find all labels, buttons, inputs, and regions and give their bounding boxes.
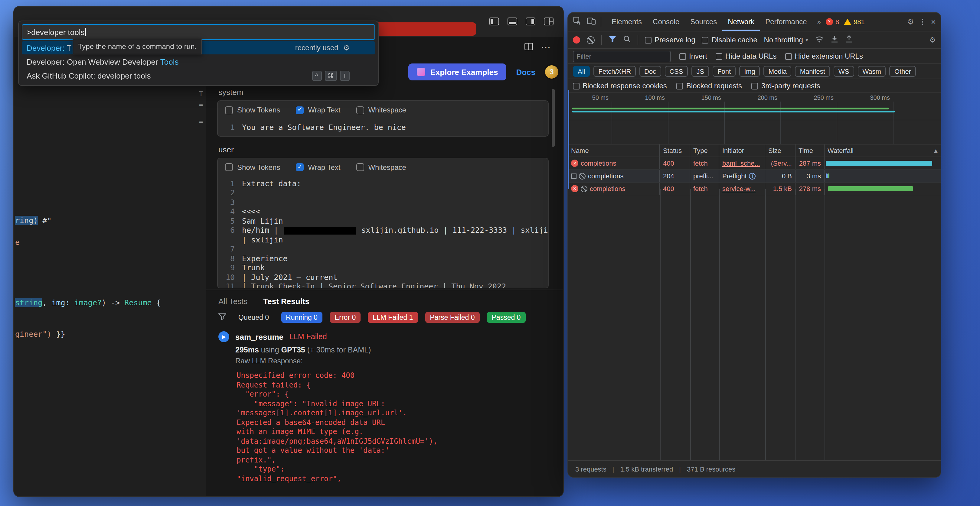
- type-filter-other[interactable]: Other: [889, 66, 916, 77]
- column-header-waterfall[interactable]: Waterfall▲: [824, 144, 941, 157]
- network-request-row[interactable]: ×completions400fetchservice-w...1.5 kB27…: [568, 182, 941, 195]
- test-chip-passed-0[interactable]: Passed 0: [487, 312, 526, 323]
- 3rd-party-requests-checkbox[interactable]: 3rd-party requests: [752, 82, 820, 90]
- type-filter-ws[interactable]: WS: [834, 66, 854, 77]
- toggle-whitespace[interactable]: Whitespace: [356, 163, 406, 171]
- more-actions-icon[interactable]: ···: [541, 43, 551, 52]
- network-request-row[interactable]: ×completions400fetchbaml_sche...(Serv...…: [568, 157, 941, 170]
- test-chip-parse-failed-0[interactable]: Parse Failed 0: [425, 312, 479, 323]
- type-filter-all[interactable]: All: [573, 66, 590, 77]
- checkbox-icon[interactable]: [356, 106, 364, 114]
- console-warning-badge[interactable]: 981: [844, 18, 865, 25]
- network-conditions-icon[interactable]: [815, 35, 824, 44]
- console-error-badge[interactable]: ×8: [826, 18, 839, 25]
- blocked-requests-checkbox[interactable]: Blocked requests: [677, 82, 742, 90]
- tab-all-tests[interactable]: All Tests: [218, 297, 247, 306]
- palette-item-ask-copilot[interactable]: Ask GitHub Copilot: developer tools ^ ⌘ …: [22, 69, 375, 82]
- network-settings-gear-icon[interactable]: ⚙: [929, 36, 936, 44]
- checkbox-icon[interactable]: [296, 106, 304, 114]
- network-filter-input[interactable]: [573, 51, 671, 62]
- column-header-size[interactable]: Size: [765, 144, 795, 157]
- request-type-cell: fetch: [690, 157, 719, 169]
- type-filter-js[interactable]: JS: [692, 66, 709, 77]
- checkbox-icon[interactable]: [225, 163, 233, 171]
- column-header-type[interactable]: Type: [690, 144, 719, 157]
- import-har-icon[interactable]: [830, 35, 838, 45]
- prompt-scrollbar[interactable]: [552, 89, 555, 147]
- network-request-row[interactable]: completions204prefli...Preflighti0 B3 ms: [568, 170, 941, 182]
- toggle-wrap-text[interactable]: Wrap Text: [296, 163, 340, 171]
- export-har-icon[interactable]: [845, 35, 853, 45]
- type-filter-doc[interactable]: Doc: [640, 66, 661, 77]
- tab-test-results[interactable]: Test Results: [263, 297, 309, 306]
- explore-examples-button[interactable]: Explore Examples: [408, 63, 506, 80]
- initiator-link[interactable]: service-w...: [722, 185, 756, 192]
- code-token: Sam Lijin: [242, 216, 283, 225]
- test-chip-queued-0[interactable]: Queued 0: [234, 312, 274, 323]
- test-chip-error-0[interactable]: Error 0: [330, 312, 361, 323]
- type-filter-wasm[interactable]: Wasm: [858, 66, 886, 77]
- devtools-tab-console[interactable]: Console: [647, 13, 685, 31]
- settings-gear-icon[interactable]: ⚙: [907, 17, 914, 26]
- clear-icon[interactable]: [587, 36, 595, 44]
- network-overview-timeline[interactable]: 50 ms100 ms150 ms200 ms250 ms300 ms: [568, 93, 941, 144]
- preserve-log-checkbox[interactable]: Preserve log: [645, 36, 695, 44]
- gear-icon[interactable]: ⚙: [343, 43, 350, 52]
- disable-cache-checkbox[interactable]: Disable cache: [702, 36, 757, 44]
- toggle-whitespace[interactable]: Whitespace: [356, 106, 406, 114]
- devtools-tab-elements[interactable]: Elements: [606, 13, 647, 31]
- code-text: Extract data:: [242, 179, 301, 188]
- devtools-tab-performance[interactable]: Performance: [760, 13, 812, 31]
- type-filter-media[interactable]: Media: [764, 66, 792, 77]
- layout-sidebar-right-icon[interactable]: [526, 17, 535, 25]
- blocked-response-cookies-checkbox[interactable]: Blocked response cookies: [573, 82, 667, 90]
- test-chip-llm-failed-1[interactable]: LLM Failed 1: [368, 312, 418, 323]
- type-filter-font[interactable]: Font: [713, 66, 736, 77]
- close-icon[interactable]: ×: [931, 17, 936, 27]
- toggle-show-tokens[interactable]: Show Tokens: [225, 163, 280, 171]
- checkbox-icon[interactable]: [296, 163, 304, 171]
- notification-badge[interactable]: 3: [545, 65, 558, 79]
- record-icon[interactable]: [573, 36, 580, 43]
- type-filter-css[interactable]: CSS: [665, 66, 688, 77]
- column-header-initiator[interactable]: Initiator: [719, 144, 765, 157]
- column-header-time[interactable]: Time: [795, 144, 824, 157]
- command-input[interactable]: >developer tools: [22, 24, 375, 40]
- toggle-show-tokens[interactable]: Show Tokens: [225, 106, 280, 114]
- run-test-button[interactable]: ▶: [218, 331, 229, 342]
- initiator-link[interactable]: baml_sche...: [722, 160, 760, 167]
- palette-item-open-webview-devtools[interactable]: Developer: Open Webview Developer Tools: [22, 55, 375, 68]
- docs-link[interactable]: Docs: [516, 67, 535, 76]
- type-filter-manifest[interactable]: Manifest: [795, 66, 830, 77]
- request-time-cell: 3 ms: [795, 170, 824, 182]
- column-header-status[interactable]: Status: [660, 144, 690, 157]
- devtools-tab-network[interactable]: Network: [722, 13, 760, 31]
- devtools-tab-sources[interactable]: Sources: [685, 13, 722, 31]
- device-toolbar-icon[interactable]: [587, 16, 596, 27]
- request-size-cell: (Serv...: [765, 157, 795, 169]
- customize-layout-icon[interactable]: [544, 17, 554, 25]
- toggle-wrap-text[interactable]: Wrap Text: [296, 106, 340, 114]
- info-icon[interactable]: i: [749, 173, 756, 179]
- test-chip-running-0[interactable]: Running 0: [281, 312, 323, 323]
- filter-toggle-icon[interactable]: [609, 35, 616, 45]
- invert-checkbox[interactable]: Invert: [679, 52, 707, 60]
- kebab-menu-icon[interactable]: ⋮: [919, 17, 926, 26]
- layout-panel-icon[interactable]: [508, 17, 517, 25]
- more-tabs-icon[interactable]: »: [817, 18, 821, 25]
- throttling-dropdown[interactable]: No throttling▾: [764, 36, 808, 44]
- hide-extension-urls-checkbox[interactable]: Hide extension URLs: [785, 52, 863, 60]
- line-number: 6: [221, 225, 235, 235]
- search-icon[interactable]: [623, 35, 631, 45]
- type-filter-img[interactable]: Img: [739, 66, 760, 77]
- split-editor-icon[interactable]: [525, 42, 533, 52]
- hide-data-urls-checkbox[interactable]: Hide data URLs: [716, 52, 776, 60]
- code-editor-pane[interactable]: ring) #"estring, img: image?) -> Resume …: [14, 37, 206, 496]
- layout-sidebar-left-icon[interactable]: [489, 17, 499, 25]
- checkbox-icon[interactable]: [225, 106, 233, 114]
- filter-icon[interactable]: [218, 312, 226, 323]
- inspect-element-icon[interactable]: [573, 16, 582, 27]
- checkbox-icon[interactable]: [356, 163, 364, 171]
- type-filter-fetch-xhr[interactable]: Fetch/XHR: [593, 66, 636, 77]
- column-header-name[interactable]: Name: [568, 144, 660, 157]
